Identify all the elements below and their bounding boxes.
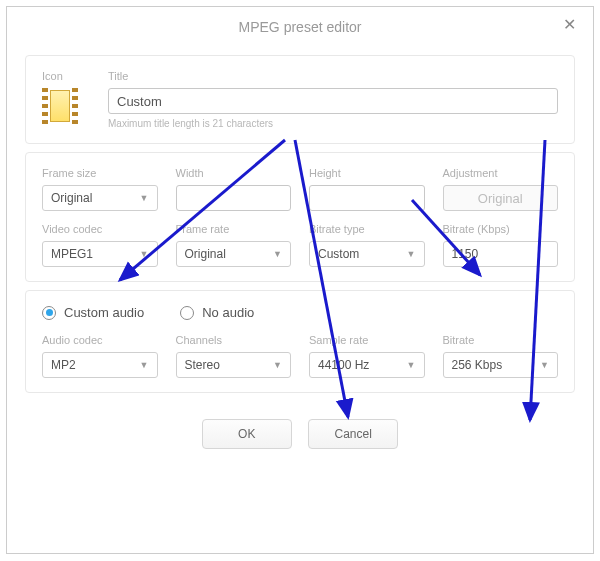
audio-codec-select[interactable]: MP2▼ xyxy=(42,352,158,378)
chevron-down-icon: ▼ xyxy=(273,360,282,370)
frame-size-value: Original xyxy=(51,191,92,205)
audio-codec-value: MP2 xyxy=(51,358,76,372)
window-title: MPEG preset editor xyxy=(239,19,362,35)
chevron-down-icon: ▼ xyxy=(407,249,416,259)
height-label: Height xyxy=(309,167,425,179)
ok-button[interactable]: OK xyxy=(202,419,292,449)
radio-no-audio[interactable]: No audio xyxy=(180,305,254,320)
preset-editor-dialog: MPEG preset editor ✕ Icon Title Maximum … xyxy=(6,6,594,554)
audio-bitrate-label: Bitrate xyxy=(443,334,559,346)
titlebar: MPEG preset editor ✕ xyxy=(7,7,593,47)
bitrate-type-label: Bitrate type xyxy=(309,223,425,235)
cancel-button[interactable]: Cancel xyxy=(308,419,398,449)
chevron-down-icon: ▼ xyxy=(140,193,149,203)
audio-panel: Custom audio No audio Audio codec MP2▼ C… xyxy=(25,290,575,393)
frame-rate-value: Original xyxy=(185,247,226,261)
title-hint: Maximum title length is 21 characters xyxy=(108,118,558,129)
title-label: Title xyxy=(108,70,558,82)
audio-bitrate-select[interactable]: 256 Kbps▼ xyxy=(443,352,559,378)
sample-rate-value: 44100 Hz xyxy=(318,358,369,372)
icon-label: Icon xyxy=(42,70,94,82)
radio-icon xyxy=(180,306,194,320)
frame-size-select[interactable]: Original▼ xyxy=(42,185,158,211)
bitrate-kbps-label: Bitrate (Kbps) xyxy=(443,223,559,235)
dialog-actions: OK Cancel xyxy=(7,419,593,449)
bitrate-type-value: Custom xyxy=(318,247,359,261)
frame-size-label: Frame size xyxy=(42,167,158,179)
adjustment-box: Original xyxy=(443,185,559,211)
frame-rate-label: Frame rate xyxy=(176,223,292,235)
audio-bitrate-value: 256 Kbps xyxy=(452,358,503,372)
chevron-down-icon: ▼ xyxy=(273,249,282,259)
channels-value: Stereo xyxy=(185,358,220,372)
chevron-down-icon: ▼ xyxy=(407,360,416,370)
video-panel: Frame size Original▼ Width Height Adjust… xyxy=(25,152,575,282)
audio-codec-label: Audio codec xyxy=(42,334,158,346)
video-codec-value: MPEG1 xyxy=(51,247,93,261)
sample-rate-select[interactable]: 44100 Hz▼ xyxy=(309,352,425,378)
width-label: Width xyxy=(176,167,292,179)
close-icon[interactable]: ✕ xyxy=(559,15,579,35)
radio-icon xyxy=(42,306,56,320)
adjustment-label: Adjustment xyxy=(443,167,559,179)
channels-select[interactable]: Stereo▼ xyxy=(176,352,292,378)
bitrate-type-select[interactable]: Custom▼ xyxy=(309,241,425,267)
film-icon[interactable] xyxy=(42,88,78,124)
width-input[interactable] xyxy=(176,185,292,211)
radio-custom-audio[interactable]: Custom audio xyxy=(42,305,144,320)
chevron-down-icon: ▼ xyxy=(140,249,149,259)
chevron-down-icon: ▼ xyxy=(140,360,149,370)
height-input[interactable] xyxy=(309,185,425,211)
chevron-down-icon: ▼ xyxy=(540,360,549,370)
sample-rate-label: Sample rate xyxy=(309,334,425,346)
video-codec-label: Video codec xyxy=(42,223,158,235)
preset-title-input[interactable] xyxy=(108,88,558,114)
bitrate-kbps-input[interactable]: 1150 xyxy=(443,241,559,267)
frame-rate-select[interactable]: Original▼ xyxy=(176,241,292,267)
icon-title-panel: Icon Title Maximum title length is 21 ch… xyxy=(25,55,575,144)
channels-label: Channels xyxy=(176,334,292,346)
video-codec-select[interactable]: MPEG1▼ xyxy=(42,241,158,267)
